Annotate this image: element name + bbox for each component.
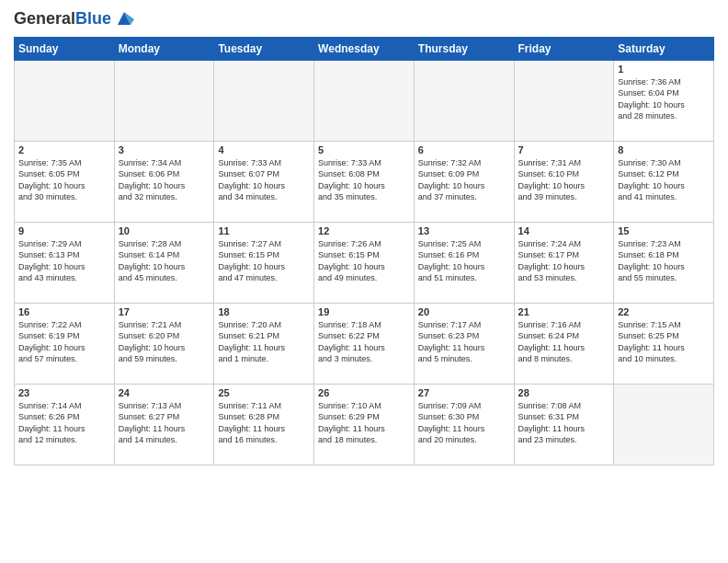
- calendar-day-cell: 24Sunrise: 7:13 AM Sunset: 6:27 PM Dayli…: [114, 384, 214, 465]
- day-number: 22: [618, 306, 710, 317]
- calendar-day-cell: 1Sunrise: 7:36 AM Sunset: 6:04 PM Daylig…: [614, 60, 714, 141]
- weekday-header-cell: Wednesday: [314, 37, 415, 60]
- day-info: Sunrise: 7:14 AM Sunset: 6:26 PM Dayligh…: [18, 400, 110, 446]
- calendar-day-cell: [114, 60, 214, 141]
- day-info: Sunrise: 7:08 AM Sunset: 6:31 PM Dayligh…: [518, 400, 610, 446]
- day-number: 15: [618, 225, 710, 236]
- day-info: Sunrise: 7:09 AM Sunset: 6:30 PM Dayligh…: [418, 400, 510, 446]
- day-info: Sunrise: 7:15 AM Sunset: 6:25 PM Dayligh…: [618, 319, 710, 365]
- day-number: 25: [218, 387, 310, 398]
- calendar-day-cell: 23Sunrise: 7:14 AM Sunset: 6:26 PM Dayli…: [15, 384, 115, 465]
- day-number: 24: [119, 387, 210, 398]
- calendar-table: SundayMondayTuesdayWednesdayThursdayFrid…: [14, 37, 714, 465]
- day-info: Sunrise: 7:21 AM Sunset: 6:20 PM Dayligh…: [119, 319, 210, 365]
- day-number: 18: [218, 306, 310, 317]
- day-info: Sunrise: 7:11 AM Sunset: 6:28 PM Dayligh…: [218, 400, 310, 446]
- calendar-day-cell: 25Sunrise: 7:11 AM Sunset: 6:28 PM Dayli…: [214, 384, 314, 465]
- calendar-day-cell: 16Sunrise: 7:22 AM Sunset: 6:19 PM Dayli…: [15, 303, 115, 384]
- day-info: Sunrise: 7:33 AM Sunset: 6:08 PM Dayligh…: [318, 157, 410, 203]
- calendar-day-cell: 14Sunrise: 7:24 AM Sunset: 6:17 PM Dayli…: [514, 222, 614, 303]
- calendar-day-cell: 12Sunrise: 7:26 AM Sunset: 6:15 PM Dayli…: [314, 222, 415, 303]
- calendar-day-cell: 10Sunrise: 7:28 AM Sunset: 6:14 PM Dayli…: [114, 222, 214, 303]
- day-info: Sunrise: 7:24 AM Sunset: 6:17 PM Dayligh…: [518, 238, 610, 284]
- weekday-header-cell: Sunday: [15, 37, 115, 60]
- calendar-day-cell: 19Sunrise: 7:18 AM Sunset: 6:22 PM Dayli…: [314, 303, 415, 384]
- day-number: 1: [618, 63, 710, 75]
- day-info: Sunrise: 7:34 AM Sunset: 6:06 PM Dayligh…: [119, 157, 210, 203]
- day-number: 9: [18, 225, 110, 236]
- calendar-day-cell: 3Sunrise: 7:34 AM Sunset: 6:06 PM Daylig…: [114, 141, 214, 222]
- weekday-header-cell: Saturday: [614, 37, 714, 60]
- day-info: Sunrise: 7:27 AM Sunset: 6:15 PM Dayligh…: [218, 238, 310, 284]
- day-number: 20: [418, 306, 510, 317]
- calendar-day-cell: 18Sunrise: 7:20 AM Sunset: 6:21 PM Dayli…: [214, 303, 314, 384]
- day-number: 17: [119, 306, 210, 317]
- day-info: Sunrise: 7:33 AM Sunset: 6:07 PM Dayligh…: [218, 157, 310, 203]
- calendar-container: GeneralBlue SundayMondayTuesdayWednesday…: [0, 0, 728, 563]
- day-number: 27: [418, 387, 510, 398]
- calendar-day-cell: 8Sunrise: 7:30 AM Sunset: 6:12 PM Daylig…: [614, 141, 714, 222]
- day-info: Sunrise: 7:17 AM Sunset: 6:23 PM Dayligh…: [418, 319, 510, 365]
- logo-text: GeneralBlue: [14, 9, 111, 29]
- calendar-day-cell: 21Sunrise: 7:16 AM Sunset: 6:24 PM Dayli…: [514, 303, 614, 384]
- day-number: 10: [119, 225, 210, 236]
- calendar-day-cell: 20Sunrise: 7:17 AM Sunset: 6:23 PM Dayli…: [414, 303, 514, 384]
- day-info: Sunrise: 7:25 AM Sunset: 6:16 PM Dayligh…: [418, 238, 510, 284]
- calendar-day-cell: 5Sunrise: 7:33 AM Sunset: 6:08 PM Daylig…: [314, 141, 415, 222]
- day-number: 28: [518, 387, 610, 398]
- weekday-header-cell: Monday: [114, 37, 214, 60]
- calendar-week-row: 16Sunrise: 7:22 AM Sunset: 6:19 PM Dayli…: [15, 303, 714, 384]
- calendar-day-cell: 6Sunrise: 7:32 AM Sunset: 6:09 PM Daylig…: [414, 141, 514, 222]
- day-info: Sunrise: 7:30 AM Sunset: 6:12 PM Dayligh…: [618, 157, 710, 203]
- calendar-week-row: 2Sunrise: 7:35 AM Sunset: 6:05 PM Daylig…: [15, 141, 714, 222]
- day-info: Sunrise: 7:18 AM Sunset: 6:22 PM Dayligh…: [318, 319, 410, 365]
- calendar-day-cell: 11Sunrise: 7:27 AM Sunset: 6:15 PM Dayli…: [214, 222, 314, 303]
- day-info: Sunrise: 7:32 AM Sunset: 6:09 PM Dayligh…: [418, 157, 510, 203]
- weekday-header-cell: Tuesday: [214, 37, 314, 60]
- calendar-week-row: 9Sunrise: 7:29 AM Sunset: 6:13 PM Daylig…: [15, 222, 714, 303]
- logo-icon: [114, 8, 134, 29]
- day-number: 19: [318, 306, 410, 317]
- calendar-day-cell: 13Sunrise: 7:25 AM Sunset: 6:16 PM Dayli…: [414, 222, 514, 303]
- day-number: 11: [218, 225, 310, 236]
- calendar-day-cell: [614, 384, 714, 465]
- calendar-day-cell: [214, 60, 314, 141]
- weekday-header-cell: Friday: [514, 37, 614, 60]
- day-info: Sunrise: 7:20 AM Sunset: 6:21 PM Dayligh…: [218, 319, 310, 365]
- day-number: 16: [18, 306, 110, 317]
- day-info: Sunrise: 7:35 AM Sunset: 6:05 PM Dayligh…: [18, 157, 110, 203]
- calendar-day-cell: 28Sunrise: 7:08 AM Sunset: 6:31 PM Dayli…: [514, 384, 614, 465]
- day-number: 2: [18, 144, 110, 155]
- calendar-week-row: 23Sunrise: 7:14 AM Sunset: 6:26 PM Dayli…: [15, 384, 714, 465]
- day-number: 12: [318, 225, 410, 236]
- day-info: Sunrise: 7:31 AM Sunset: 6:10 PM Dayligh…: [518, 157, 610, 203]
- day-info: Sunrise: 7:28 AM Sunset: 6:14 PM Dayligh…: [119, 238, 210, 284]
- day-number: 4: [218, 144, 310, 155]
- weekday-header-cell: Thursday: [414, 37, 514, 60]
- calendar-week-row: 1Sunrise: 7:36 AM Sunset: 6:04 PM Daylig…: [15, 60, 714, 141]
- calendar-day-cell: 4Sunrise: 7:33 AM Sunset: 6:07 PM Daylig…: [214, 141, 314, 222]
- calendar-day-cell: 27Sunrise: 7:09 AM Sunset: 6:30 PM Dayli…: [414, 384, 514, 465]
- day-number: 21: [518, 306, 610, 317]
- calendar-day-cell: [514, 60, 614, 141]
- header: GeneralBlue: [14, 9, 714, 29]
- day-info: Sunrise: 7:22 AM Sunset: 6:19 PM Dayligh…: [18, 319, 110, 365]
- calendar-day-cell: 2Sunrise: 7:35 AM Sunset: 6:05 PM Daylig…: [15, 141, 115, 222]
- day-number: 8: [618, 144, 710, 155]
- day-info: Sunrise: 7:10 AM Sunset: 6:29 PM Dayligh…: [318, 400, 410, 446]
- logo: GeneralBlue: [14, 9, 134, 29]
- day-number: 23: [18, 387, 110, 398]
- day-info: Sunrise: 7:13 AM Sunset: 6:27 PM Dayligh…: [119, 400, 210, 446]
- calendar-day-cell: [15, 60, 115, 141]
- day-info: Sunrise: 7:36 AM Sunset: 6:04 PM Dayligh…: [618, 76, 710, 122]
- day-info: Sunrise: 7:16 AM Sunset: 6:24 PM Dayligh…: [518, 319, 610, 365]
- calendar-day-cell: 9Sunrise: 7:29 AM Sunset: 6:13 PM Daylig…: [15, 222, 115, 303]
- day-number: 5: [318, 144, 410, 155]
- calendar-day-cell: 17Sunrise: 7:21 AM Sunset: 6:20 PM Dayli…: [114, 303, 214, 384]
- calendar-day-cell: 26Sunrise: 7:10 AM Sunset: 6:29 PM Dayli…: [314, 384, 415, 465]
- calendar-day-cell: 22Sunrise: 7:15 AM Sunset: 6:25 PM Dayli…: [614, 303, 714, 384]
- day-number: 26: [318, 387, 410, 398]
- day-number: 7: [518, 144, 610, 155]
- day-number: 6: [418, 144, 510, 155]
- day-number: 14: [518, 225, 610, 236]
